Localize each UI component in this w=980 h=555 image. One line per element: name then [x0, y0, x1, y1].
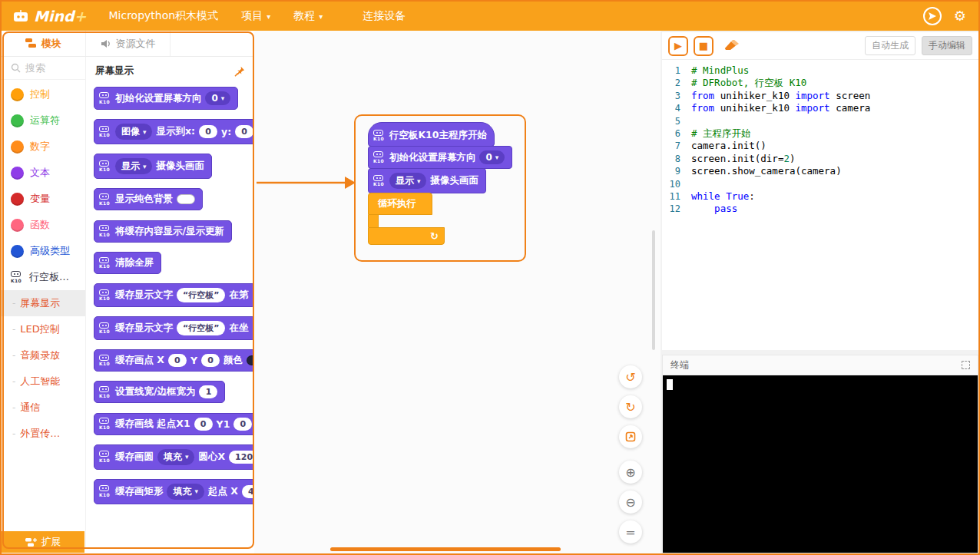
code-editor[interactable]: 1# MindPlus2# DFRobot, 行空板 K103from unih…: [662, 60, 978, 350]
extensions-label: 扩展: [41, 535, 61, 549]
auto-generate-toggle[interactable]: 自动生成: [865, 36, 915, 55]
sidebar-subcategory[interactable]: -音频录放: [2, 342, 85, 368]
menu-mode-label: Micropython积木模式: [108, 9, 218, 23]
palette-block[interactable]: K10设置线宽/边框宽为1: [94, 381, 225, 403]
sidebar-subcategory[interactable]: -屏幕显示: [2, 290, 85, 316]
palette-block[interactable]: K10初始化设置屏幕方向0▾: [94, 87, 238, 110]
palette-block[interactable]: K10图像▾显示到x:0y:0: [94, 119, 254, 144]
block-input[interactable]: “行空板”: [177, 288, 225, 302]
loop-block[interactable]: 循环执行 ↻: [368, 193, 445, 245]
palette-block[interactable]: K10缓存画线 起点X10Y10终: [94, 413, 254, 435]
robot-logo-icon: [12, 10, 29, 23]
palette-block[interactable]: K10缓存显示文字“行空板”在第: [94, 283, 254, 307]
block-input[interactable]: 40: [242, 485, 254, 498]
sidebar-category[interactable]: 数字: [2, 134, 85, 160]
sidebar-category[interactable]: K10行空板…: [2, 264, 85, 290]
sidebar-category[interactable]: 运算符: [2, 107, 85, 134]
tab-resources[interactable]: 资源文件: [86, 31, 171, 56]
menu-mode[interactable]: Micropython积木模式: [97, 2, 230, 31]
sidebar-category[interactable]: 高级类型: [2, 238, 85, 264]
zoom-reset-button[interactable]: =: [619, 520, 642, 543]
clear-code-button[interactable]: [722, 36, 742, 56]
dropdown-value: 显示: [396, 174, 414, 187]
block-input[interactable]: 0: [199, 125, 217, 138]
block-dropdown[interactable]: 0▾: [479, 150, 505, 164]
block-input[interactable]: 1: [199, 385, 217, 398]
block-input[interactable]: 0: [235, 125, 253, 138]
palette-block[interactable]: K10缓存画矩形填充▾起点 X40: [94, 479, 254, 504]
top-bar: Mind+ Micropython积木模式 项目 ▾ 教程 ▾ 连接设备 ⚙: [2, 2, 978, 31]
extensions-button[interactable]: 扩展: [2, 531, 84, 553]
palette-block[interactable]: K10显示纯色背景: [94, 188, 203, 210]
menu-connect-device[interactable]: 连接设备: [351, 2, 417, 31]
terminal-output[interactable]: [663, 375, 978, 553]
center-button[interactable]: [619, 425, 642, 448]
canvas-horizontal-scrollbar[interactable]: [330, 547, 561, 551]
sidebar-subcategory[interactable]: -通信: [2, 395, 85, 421]
undo-button[interactable]: ↺: [619, 365, 642, 388]
block-color-swatch[interactable]: [247, 355, 254, 365]
palette-block[interactable]: K10清除全屏: [94, 252, 161, 274]
mindplus-logo[interactable]: Mind+: [2, 8, 97, 25]
block-input[interactable]: 0: [233, 418, 252, 431]
sidebar-subcategory[interactable]: -外置传…: [2, 421, 85, 447]
chevron-down-icon: ▾: [267, 12, 270, 21]
block-palette: 屏幕显示 K10初始化设置屏幕方向0▾K10图像▾显示到x:0y:0K10显示▾…: [85, 57, 254, 548]
block-dropdown[interactable]: 显示▾: [115, 158, 153, 174]
menu-project[interactable]: 项目 ▾: [230, 2, 282, 31]
run-button[interactable]: ▶: [668, 36, 688, 56]
pin-icon[interactable]: [234, 66, 245, 77]
menu-tutorial[interactable]: 教程 ▾: [282, 2, 334, 31]
palette-block[interactable]: K10缓存画圆填充▾圆心X120: [94, 444, 254, 470]
block-input[interactable]: “行空板”: [177, 321, 225, 335]
redo-button[interactable]: ↻: [619, 395, 642, 418]
block-dropdown[interactable]: 填充▾: [167, 484, 204, 500]
search-input[interactable]: 搜索: [2, 57, 85, 80]
settings-gear-icon[interactable]: ⚙: [954, 9, 966, 23]
zoom-out-button[interactable]: ⊖: [619, 491, 642, 514]
hat-block[interactable]: K10 行空板K10主程序开始: [368, 122, 495, 147]
community-icon[interactable]: [923, 7, 942, 25]
block-dropdown[interactable]: 图像▾: [115, 124, 153, 140]
menu-connect-label: 连接设备: [363, 9, 406, 23]
block-input[interactable]: 0: [194, 418, 213, 431]
block-text: 起点 X: [208, 485, 238, 498]
terminal-popout-icon[interactable]: [962, 361, 970, 369]
sidebar-category[interactable]: 控制: [2, 81, 85, 107]
block-color-swatch[interactable]: [177, 194, 195, 204]
block-text: 清除全屏: [115, 256, 154, 269]
sidebar-category[interactable]: 变量: [2, 186, 85, 212]
stack-block[interactable]: K10初始化设置屏幕方向0▾: [368, 146, 512, 169]
k10-board-icon: K10: [373, 151, 384, 164]
chevron-down-icon: ▾: [143, 128, 147, 136]
tab-modules[interactable]: 模块: [2, 31, 86, 56]
palette-block[interactable]: K10缓存显示文字“行空板”在坐: [94, 316, 254, 340]
subcategory-dash: -: [12, 402, 15, 413]
palette-block[interactable]: K10显示▾摄像头画面: [94, 154, 212, 179]
palette-block[interactable]: K10缓存画点 X0Y0颜色: [94, 349, 254, 372]
block-input[interactable]: 0: [201, 354, 220, 367]
block-input[interactable]: 120: [229, 451, 254, 464]
stack-block[interactable]: K10显示▾摄像头画面: [368, 168, 486, 193]
sidebar-category[interactable]: 文本: [2, 160, 85, 186]
block-text: 显示纯色背景: [115, 193, 173, 206]
code-line: 4from unihiker_k10 import camera: [662, 102, 978, 114]
stop-button[interactable]: ■: [694, 36, 713, 56]
palette-block[interactable]: K10将缓存内容显示/显示更新: [94, 220, 232, 243]
workspace-canvas[interactable]: [254, 31, 661, 553]
canvas-vertical-scrollbar[interactable]: [652, 230, 655, 350]
zoom-in-button[interactable]: ⊕: [619, 461, 642, 484]
block-dropdown[interactable]: 填充▾: [157, 449, 195, 465]
sidebar-category[interactable]: 函数: [2, 212, 85, 238]
manual-edit-toggle[interactable]: 手动编辑: [922, 36, 972, 55]
center-blocks-icon: [625, 431, 636, 442]
block-input[interactable]: 0: [168, 354, 187, 367]
category-label: 变量: [30, 192, 50, 206]
k10-board-icon: K10: [99, 451, 110, 463]
sidebar-subcategory[interactable]: -LED控制: [2, 316, 85, 342]
sidebar-subcategory[interactable]: -人工智能: [2, 368, 85, 395]
topbar-right-icons: ⚙: [923, 7, 978, 25]
extension-blocks-icon: [25, 537, 37, 547]
block-dropdown[interactable]: 显示▾: [389, 173, 427, 189]
block-dropdown[interactable]: 0▾: [205, 91, 230, 105]
